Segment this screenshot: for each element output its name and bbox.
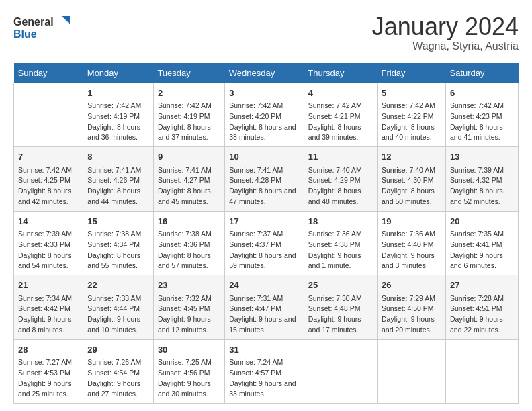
- day-number: 5: [382, 87, 441, 100]
- calendar-cell: 24 Sunrise: 7:31 AMSunset: 4:47 PMDaylig…: [225, 275, 304, 340]
- day-number: 15: [87, 215, 149, 228]
- day-header-monday: Monday: [83, 63, 154, 83]
- day-header-thursday: Thursday: [304, 63, 377, 83]
- day-info: Sunrise: 7:35 AMSunset: 4:41 PMDaylight:…: [450, 229, 514, 271]
- calendar-cell: 26 Sunrise: 7:29 AMSunset: 4:50 PMDaylig…: [377, 275, 445, 340]
- day-number: 17: [229, 215, 300, 228]
- calendar-table: SundayMondayTuesdayWednesdayThursdayFrid…: [13, 63, 519, 404]
- svg-marker-2: [62, 16, 70, 24]
- calendar-cell: 22 Sunrise: 7:33 AMSunset: 4:44 PMDaylig…: [83, 275, 154, 340]
- calendar-cell: 18 Sunrise: 7:36 AMSunset: 4:38 PMDaylig…: [304, 211, 377, 275]
- day-info: Sunrise: 7:39 AMSunset: 4:32 PMDaylight:…: [450, 165, 514, 208]
- week-row-2: 7 Sunrise: 7:42 AMSunset: 4:25 PMDayligh…: [14, 147, 519, 212]
- day-info: Sunrise: 7:40 AMSunset: 4:29 PMDaylight:…: [308, 165, 373, 208]
- day-info: Sunrise: 7:42 AMSunset: 4:22 PMDaylight:…: [382, 101, 441, 143]
- day-number: 23: [158, 279, 220, 292]
- day-info: Sunrise: 7:42 AMSunset: 4:21 PMDaylight:…: [308, 101, 373, 143]
- calendar-cell: 30 Sunrise: 7:25 AMSunset: 4:56 PMDaylig…: [153, 339, 224, 404]
- calendar-cell: 1 Sunrise: 7:42 AMSunset: 4:19 PMDayligh…: [83, 83, 154, 147]
- day-number: 19: [382, 215, 441, 228]
- day-number: 13: [450, 150, 514, 164]
- day-number: 10: [229, 150, 300, 164]
- day-header-wednesday: Wednesday: [225, 63, 304, 83]
- day-number: 25: [308, 279, 373, 292]
- day-info: Sunrise: 7:41 AMSunset: 4:26 PMDaylight:…: [87, 165, 149, 208]
- calendar-cell: 3 Sunrise: 7:42 AMSunset: 4:20 PMDayligh…: [225, 83, 304, 147]
- day-number: 12: [382, 150, 441, 164]
- day-info: Sunrise: 7:26 AMSunset: 4:54 PMDaylight:…: [87, 357, 149, 400]
- day-info: Sunrise: 7:32 AMSunset: 4:45 PMDaylight:…: [158, 293, 220, 336]
- calendar-cell: 17 Sunrise: 7:37 AMSunset: 4:37 PMDaylig…: [225, 211, 304, 275]
- day-header-sunday: Sunday: [14, 63, 83, 83]
- day-info: Sunrise: 7:42 AMSunset: 4:23 PMDaylight:…: [450, 101, 514, 143]
- week-row-5: 28 Sunrise: 7:27 AMSunset: 4:53 PMDaylig…: [14, 339, 519, 404]
- week-row-3: 14 Sunrise: 7:39 AMSunset: 4:33 PMDaylig…: [14, 211, 519, 275]
- day-info: Sunrise: 7:25 AMSunset: 4:56 PMDaylight:…: [158, 357, 220, 400]
- header: GeneralBlue January 2024 Wagna, Styria, …: [13, 13, 519, 52]
- calendar-cell: 13 Sunrise: 7:39 AMSunset: 4:32 PMDaylig…: [445, 147, 518, 212]
- day-info: Sunrise: 7:41 AMSunset: 4:28 PMDaylight:…: [229, 165, 300, 208]
- calendar-cell: 9 Sunrise: 7:41 AMSunset: 4:27 PMDayligh…: [153, 147, 224, 212]
- day-info: Sunrise: 7:27 AMSunset: 4:53 PMDaylight:…: [18, 357, 79, 400]
- day-info: Sunrise: 7:42 AMSunset: 4:19 PMDaylight:…: [87, 101, 149, 143]
- day-number: 31: [229, 343, 300, 357]
- day-info: Sunrise: 7:29 AMSunset: 4:50 PMDaylight:…: [382, 293, 441, 336]
- day-number: 22: [87, 279, 149, 292]
- calendar-cell: 8 Sunrise: 7:41 AMSunset: 4:26 PMDayligh…: [83, 147, 154, 212]
- day-header-friday: Friday: [377, 63, 445, 83]
- calendar-cell: [14, 83, 83, 147]
- day-number: 29: [87, 343, 149, 357]
- calendar-cell: 7 Sunrise: 7:42 AMSunset: 4:25 PMDayligh…: [14, 147, 83, 212]
- day-number: 4: [308, 87, 373, 100]
- day-number: 18: [308, 215, 373, 228]
- calendar-cell: [304, 339, 377, 404]
- day-info: Sunrise: 7:39 AMSunset: 4:33 PMDaylight:…: [18, 229, 79, 271]
- calendar-cell: 21 Sunrise: 7:34 AMSunset: 4:42 PMDaylig…: [14, 275, 83, 340]
- calendar-cell: 15 Sunrise: 7:38 AMSunset: 4:34 PMDaylig…: [83, 211, 154, 275]
- day-info: Sunrise: 7:42 AMSunset: 4:25 PMDaylight:…: [18, 165, 79, 208]
- day-info: Sunrise: 7:42 AMSunset: 4:20 PMDaylight:…: [229, 101, 300, 143]
- day-info: Sunrise: 7:38 AMSunset: 4:34 PMDaylight:…: [87, 229, 149, 271]
- calendar-cell: 31 Sunrise: 7:24 AMSunset: 4:57 PMDaylig…: [225, 339, 304, 404]
- svg-text:Blue: Blue: [13, 28, 37, 40]
- title-section: January 2024 Wagna, Styria, Austria: [372, 13, 519, 52]
- week-row-1: 1 Sunrise: 7:42 AMSunset: 4:19 PMDayligh…: [14, 83, 519, 147]
- main-title: January 2024: [372, 13, 519, 40]
- week-row-4: 21 Sunrise: 7:34 AMSunset: 4:42 PMDaylig…: [14, 275, 519, 340]
- calendar-cell: 4 Sunrise: 7:42 AMSunset: 4:21 PMDayligh…: [304, 83, 377, 147]
- day-number: 21: [18, 279, 79, 292]
- day-number: 8: [87, 150, 149, 164]
- day-number: 26: [382, 279, 441, 292]
- day-info: Sunrise: 7:28 AMSunset: 4:51 PMDaylight:…: [450, 293, 514, 336]
- calendar-cell: 20 Sunrise: 7:35 AMSunset: 4:41 PMDaylig…: [445, 211, 518, 275]
- calendar-cell: 19 Sunrise: 7:36 AMSunset: 4:40 PMDaylig…: [377, 211, 445, 275]
- day-info: Sunrise: 7:40 AMSunset: 4:30 PMDaylight:…: [382, 165, 441, 208]
- day-number: 11: [308, 150, 373, 164]
- day-info: Sunrise: 7:33 AMSunset: 4:44 PMDaylight:…: [87, 293, 149, 336]
- day-info: Sunrise: 7:36 AMSunset: 4:40 PMDaylight:…: [382, 229, 441, 271]
- day-number: 3: [229, 87, 300, 100]
- day-number: 30: [158, 343, 220, 357]
- calendar-cell: 25 Sunrise: 7:30 AMSunset: 4:48 PMDaylig…: [304, 275, 377, 340]
- calendar-cell: [445, 339, 518, 404]
- day-number: 14: [18, 215, 79, 228]
- calendar-cell: 2 Sunrise: 7:42 AMSunset: 4:19 PMDayligh…: [153, 83, 224, 147]
- day-number: 28: [18, 343, 79, 357]
- day-info: Sunrise: 7:37 AMSunset: 4:37 PMDaylight:…: [229, 229, 300, 271]
- calendar-cell: 16 Sunrise: 7:38 AMSunset: 4:36 PMDaylig…: [153, 211, 224, 275]
- svg-text:General: General: [13, 16, 54, 28]
- logo-svg: GeneralBlue: [13, 13, 74, 40]
- day-info: Sunrise: 7:30 AMSunset: 4:48 PMDaylight:…: [308, 293, 373, 336]
- calendar-cell: 12 Sunrise: 7:40 AMSunset: 4:30 PMDaylig…: [377, 147, 445, 212]
- logo: GeneralBlue: [13, 13, 74, 40]
- calendar-cell: 11 Sunrise: 7:40 AMSunset: 4:29 PMDaylig…: [304, 147, 377, 212]
- day-number: 16: [158, 215, 220, 228]
- day-info: Sunrise: 7:34 AMSunset: 4:42 PMDaylight:…: [18, 293, 79, 336]
- calendar-cell: 14 Sunrise: 7:39 AMSunset: 4:33 PMDaylig…: [14, 211, 83, 275]
- day-info: Sunrise: 7:41 AMSunset: 4:27 PMDaylight:…: [158, 165, 220, 208]
- calendar-cell: 28 Sunrise: 7:27 AMSunset: 4:53 PMDaylig…: [14, 339, 83, 404]
- day-info: Sunrise: 7:42 AMSunset: 4:19 PMDaylight:…: [158, 101, 220, 143]
- day-info: Sunrise: 7:36 AMSunset: 4:38 PMDaylight:…: [308, 229, 373, 271]
- calendar-cell: 27 Sunrise: 7:28 AMSunset: 4:51 PMDaylig…: [445, 275, 518, 340]
- calendar-cell: 23 Sunrise: 7:32 AMSunset: 4:45 PMDaylig…: [153, 275, 224, 340]
